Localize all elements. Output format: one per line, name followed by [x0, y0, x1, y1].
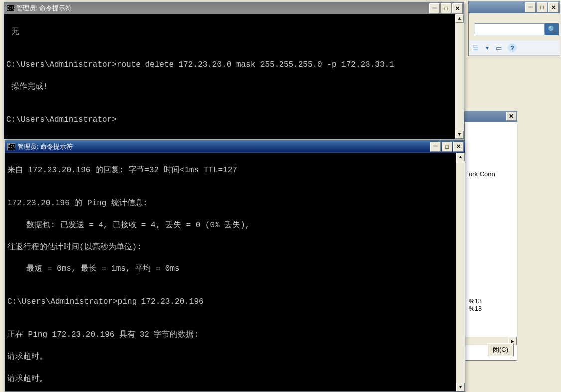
- minimize-button[interactable]: [525, 2, 536, 12]
- cmd1-close-button[interactable]: ✕: [452, 3, 463, 13]
- close-button[interactable]: ✕: [548, 2, 559, 12]
- cmd1-minimize-button[interactable]: [429, 3, 440, 13]
- cmd-window-1: C:\ 管理员: 命令提示符 □ ✕ 无 C:\Users\Administra…: [4, 2, 464, 139]
- scrollbar-track[interactable]: [455, 23, 464, 131]
- cmd2-line: 来自 172.23.20.196 的回复: 字节=32 时间<1ms TTL=1…: [7, 165, 456, 176]
- dialog-pct-2: %13: [469, 305, 513, 312]
- cmd1-line: C:\Users\Administrator>: [6, 114, 455, 125]
- search-icon: 🔍: [548, 25, 556, 33]
- cmd2-maximize-button[interactable]: □: [442, 142, 452, 152]
- cmd1-line: C:\Users\Administrator>route delete 172.…: [6, 59, 455, 70]
- cmd2-line: C:\Users\Administrator>ping 172.23.20.19…: [7, 296, 456, 307]
- cmd2-title: 管理员: 命令提示符: [17, 142, 430, 151]
- dialog-text: ork Conn: [469, 170, 513, 178]
- bg-titlebar: □ ✕: [469, 1, 560, 13]
- cmd1-title: 管理员: 命令提示符: [16, 4, 429, 13]
- cmd1-titlebar[interactable]: C:\ 管理员: 命令提示符 □ ✕: [4, 2, 464, 14]
- cmd1-line: 无: [6, 26, 455, 37]
- help-icon[interactable]: ?: [508, 43, 517, 52]
- cmd1-output: 无 C:\Users\Administrator>route delete 17…: [4, 14, 464, 139]
- network-dialog: ✕ ork Conn %13 %13 ▶ 闭(C): [464, 111, 517, 361]
- scrollbar-down-button[interactable]: ▼: [456, 383, 465, 391]
- scrollbar-up-button[interactable]: ▲: [455, 14, 464, 23]
- scrollbar-track[interactable]: [456, 161, 465, 383]
- cmd-window-2: C:\ 管理员: 命令提示符 □ ✕ 来自 172.23.20.196 的回复:…: [5, 140, 465, 392]
- cmd2-line: 往返行程的估计时间(以毫秒为单位):: [7, 242, 456, 253]
- cmd1-scrollbar[interactable]: ▲ ▼: [455, 14, 464, 139]
- toolbar: ☰ ▼ ▭ ?: [469, 40, 560, 56]
- cmd2-line: 最短 = 0ms, 最长 = 1ms, 平均 = 0ms: [7, 263, 456, 274]
- search-button[interactable]: 🔍: [545, 23, 559, 35]
- cmd2-close-button[interactable]: ✕: [453, 142, 464, 152]
- dialog-body: ork Conn %13 %13 ▶ 闭(C): [464, 122, 517, 361]
- cmd1-maximize-button[interactable]: □: [441, 3, 451, 13]
- cmd2-line: 请求超时。: [7, 373, 456, 384]
- cmd2-line: 请求超时。: [7, 351, 456, 362]
- cmd2-output: 来自 172.23.20.196 的回复: 字节=32 时间<1ms TTL=1…: [5, 153, 465, 391]
- cmd2-titlebar[interactable]: C:\ 管理员: 命令提示符 □ ✕: [5, 141, 465, 153]
- dialog-close-button[interactable]: ✕: [506, 112, 516, 121]
- cmd-icon: C:\: [7, 143, 15, 150]
- cmd2-minimize-button[interactable]: [430, 142, 441, 152]
- dialog-close-action-button[interactable]: 闭(C): [487, 343, 514, 356]
- organize-icon[interactable]: ☰: [473, 44, 479, 52]
- cmd2-line: 172.23.20.196 的 Ping 统计信息:: [7, 198, 456, 209]
- cmd-icon: C:\: [6, 5, 14, 12]
- dialog-titlebar: ✕: [464, 111, 517, 122]
- chevron-down-icon[interactable]: ▼: [485, 45, 490, 51]
- background-window: □ ✕ 🔍 ☰ ▼ ▭ ?: [468, 1, 560, 56]
- cmd2-scrollbar[interactable]: ▲ ▼: [456, 153, 465, 391]
- scrollbar-up-button[interactable]: ▲: [456, 153, 465, 161]
- dialog-pct-1: %13: [469, 297, 513, 305]
- cmd2-line: 数据包: 已发送 = 4, 已接收 = 4, 丢失 = 0 (0% 丢失),: [7, 220, 456, 231]
- cmd2-line: 正在 Ping 172.23.20.196 具有 32 字节的数据:: [7, 329, 456, 340]
- scrollbar-down-button[interactable]: ▼: [455, 131, 464, 139]
- view-icon[interactable]: ▭: [496, 44, 502, 52]
- cmd1-line: 操作完成!: [6, 81, 455, 92]
- maximize-button[interactable]: □: [537, 2, 547, 12]
- search-row: 🔍: [470, 23, 559, 35]
- search-input[interactable]: [475, 23, 545, 35]
